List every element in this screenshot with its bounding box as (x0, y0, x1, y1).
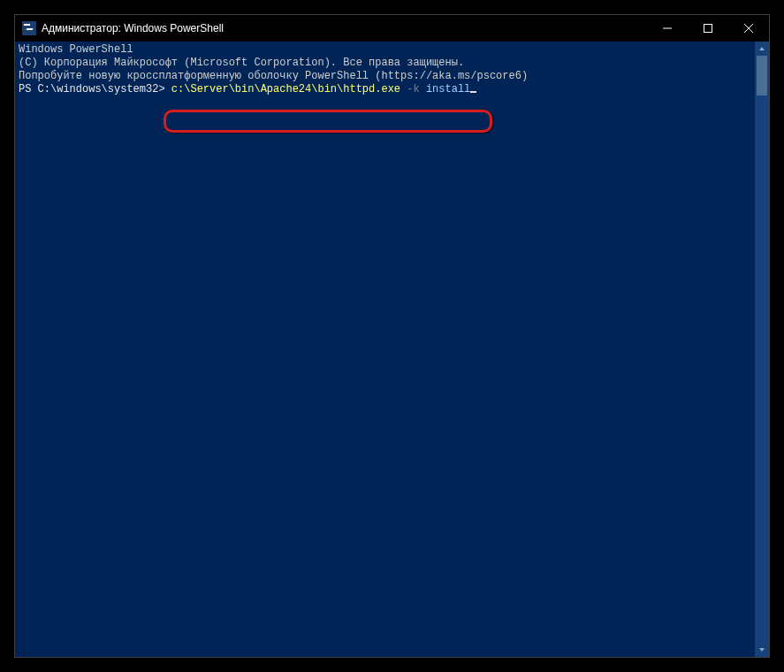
minimize-button[interactable] (647, 15, 688, 42)
svg-rect-0 (663, 28, 672, 29)
window-controls (647, 15, 769, 42)
outer-frame: Администратор: Windows PowerShell Window… (7, 7, 777, 665)
scroll-thumb[interactable] (757, 56, 767, 95)
svg-rect-1 (704, 25, 712, 33)
terminal-output[interactable]: Windows PowerShell(C) Корпорация Майкрос… (15, 42, 755, 657)
prompt-line: PS C:\windows\system32> c:\Server\bin\Ap… (19, 83, 755, 96)
minimize-icon (663, 24, 672, 33)
annotation-highlight (164, 110, 492, 133)
output-line: (C) Корпорация Майкрософт (Microsoft Cor… (19, 57, 755, 70)
maximize-button[interactable] (688, 15, 728, 42)
scroll-up-button[interactable] (755, 42, 769, 56)
svg-marker-5 (759, 648, 765, 652)
command-arg: install (426, 83, 470, 95)
chevron-up-icon (758, 45, 765, 52)
cursor (470, 91, 476, 93)
vertical-scrollbar[interactable] (755, 42, 769, 657)
maximize-icon (704, 24, 712, 33)
chevron-down-icon (758, 646, 765, 653)
powershell-window: Администратор: Windows PowerShell Window… (15, 15, 769, 657)
command-path: c:\Server\bin\Apache24\bin\httpd.exe (171, 83, 400, 95)
powershell-icon (22, 21, 36, 35)
prompt-text: PS C:\windows\system32> (19, 83, 171, 95)
terminal-body: Windows PowerShell(C) Корпорация Майкрос… (15, 42, 769, 657)
window-title: Администратор: Windows PowerShell (42, 22, 647, 34)
output-line: Попробуйте новую кроссплатформенную обол… (19, 70, 755, 83)
command-flag: -k (400, 83, 426, 95)
close-button[interactable] (728, 15, 769, 42)
svg-marker-4 (759, 47, 765, 50)
scroll-down-button[interactable] (755, 643, 769, 657)
titlebar[interactable]: Администратор: Windows PowerShell (15, 15, 769, 42)
output-line: Windows PowerShell (19, 43, 755, 57)
close-icon (744, 24, 753, 33)
